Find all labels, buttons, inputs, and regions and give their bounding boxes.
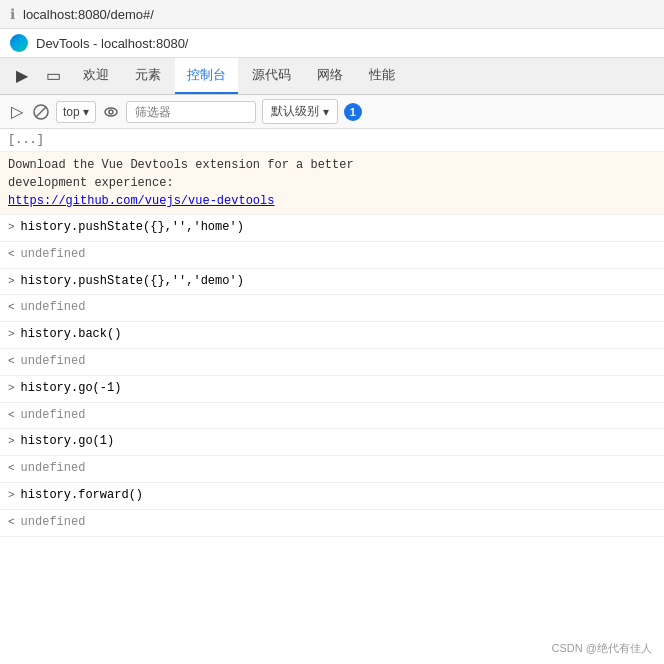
tab-sources[interactable]: 源代码 <box>240 58 303 94</box>
devtools-toolbar: ▷ top ▾ 默认级别 ▾ 1 <box>0 95 664 129</box>
command-text: history.forward() <box>21 486 143 504</box>
watermark: CSDN @绝代有佳人 <box>552 641 652 656</box>
console-output: [...] Download the Vue Devtools extensio… <box>0 129 664 658</box>
entry-chevron[interactable]: < <box>8 352 15 372</box>
result-text: undefined <box>21 298 86 316</box>
tab-console[interactable]: 控制台 <box>175 58 238 94</box>
level-chevron-icon: ▾ <box>323 105 329 119</box>
url-text: localhost:8080/demo#/ <box>23 7 154 22</box>
tab-elements[interactable]: 元素 <box>123 58 173 94</box>
info-icon: ℹ <box>10 6 15 22</box>
command-text: history.pushState({},'','demo') <box>21 272 244 290</box>
log-level-selector[interactable]: 默认级别 ▾ <box>262 99 338 124</box>
tab-performance[interactable]: 性能 <box>357 58 407 94</box>
info-line1: Download the Vue Devtools extension for … <box>8 156 354 174</box>
tab-network[interactable]: 网络 <box>305 58 355 94</box>
console-entry: < undefined <box>0 295 664 322</box>
devtools-title: DevTools - localhost:8080/ <box>36 36 188 51</box>
tab-inspect[interactable]: ▭ <box>38 62 69 91</box>
entry-chevron[interactable]: < <box>8 459 15 479</box>
console-entry: > history.pushState({},'','home') <box>0 215 664 242</box>
console-entry: < undefined <box>0 349 664 376</box>
entry-chevron[interactable]: < <box>8 298 15 318</box>
command-text: history.go(1) <box>21 432 115 450</box>
console-entries-container: > history.pushState({},'','home')< undef… <box>0 215 664 537</box>
context-label: top <box>63 105 80 119</box>
address-bar: ℹ localhost:8080/demo#/ <box>0 0 664 29</box>
result-text: undefined <box>21 459 86 477</box>
console-entry: < undefined <box>0 403 664 430</box>
console-entry: > history.pushState({},'','demo') <box>0 269 664 296</box>
entry-chevron[interactable]: > <box>8 272 15 292</box>
console-entry: > history.back() <box>0 322 664 349</box>
entry-chevron[interactable]: < <box>8 406 15 426</box>
svg-line-1 <box>36 107 46 117</box>
result-text: undefined <box>21 352 86 370</box>
svg-point-2 <box>105 108 117 116</box>
entry-chevron[interactable]: > <box>8 218 15 238</box>
entry-chevron[interactable]: > <box>8 325 15 345</box>
tab-welcome[interactable]: 欢迎 <box>71 58 121 94</box>
console-entry: > history.forward() <box>0 483 664 510</box>
entry-chevron[interactable]: < <box>8 513 15 533</box>
result-text: undefined <box>21 513 86 531</box>
chevron-down-icon: ▾ <box>83 105 89 119</box>
devtools-titlebar: DevTools - localhost:8080/ <box>0 29 664 58</box>
result-text: undefined <box>21 406 86 424</box>
entry-chevron[interactable]: < <box>8 245 15 265</box>
context-selector[interactable]: top ▾ <box>56 101 96 123</box>
command-text: history.back() <box>21 325 122 343</box>
entry-chevron[interactable]: > <box>8 486 15 506</box>
tab-cursor[interactable]: ▶ <box>8 62 36 91</box>
devtools-nav-tabs: ▶ ▭ 欢迎 元素 控制台 源代码 网络 性能 <box>0 58 664 95</box>
vue-devtools-info: Download the Vue Devtools extension for … <box>0 152 664 215</box>
level-label: 默认级别 <box>271 103 319 120</box>
console-entry: > history.go(-1) <box>0 376 664 403</box>
console-entry: < undefined <box>0 510 664 537</box>
command-text: history.pushState({},'','home') <box>21 218 244 236</box>
clear-console-icon[interactable]: ▷ <box>8 103 26 121</box>
partial-text: [...] <box>8 131 181 149</box>
filter-input[interactable] <box>126 101 256 123</box>
eye-icon[interactable] <box>102 103 120 121</box>
command-text: history.go(-1) <box>21 379 122 397</box>
block-icon[interactable] <box>32 103 50 121</box>
entry-chevron[interactable]: > <box>8 432 15 452</box>
result-text: undefined <box>21 245 86 263</box>
entry-chevron[interactable]: > <box>8 379 15 399</box>
console-entry: < undefined <box>0 456 664 483</box>
edge-browser-icon <box>10 34 28 52</box>
console-entry: > history.go(1) <box>0 429 664 456</box>
console-entry: < undefined <box>0 242 664 269</box>
svg-point-3 <box>109 110 113 114</box>
info-line2: development experience: <box>8 174 174 192</box>
error-count-badge: 1 <box>344 103 362 121</box>
devtools-link[interactable]: https://github.com/vuejs/vue-devtools <box>8 192 274 210</box>
partial-top-entry: [...] <box>0 129 664 152</box>
